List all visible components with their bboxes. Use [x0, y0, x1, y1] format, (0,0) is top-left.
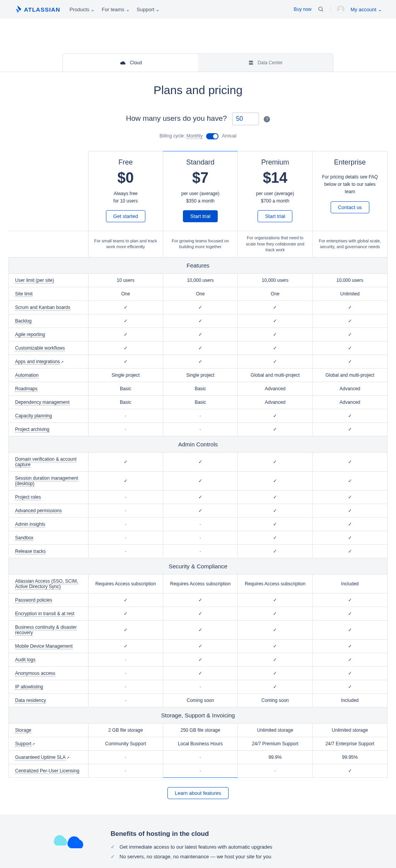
feature-label: Admin insights	[9, 517, 89, 531]
tab-data-center[interactable]: Data Center	[198, 54, 333, 72]
brand-text: ATLASSIAN	[24, 6, 60, 13]
nav-support[interactable]: Support⌄	[137, 7, 160, 12]
feature-row: Release tracks--✓✓	[9, 544, 387, 558]
svg-line-1	[322, 10, 323, 11]
chevron-down-icon: ⌄	[378, 7, 382, 12]
feature-label: Project roles	[9, 490, 89, 504]
server-icon	[248, 60, 254, 65]
feature-label: Capacity planning	[9, 409, 89, 422]
svg-point-0	[319, 7, 322, 10]
feature-label: Sandbox	[9, 531, 89, 544]
feature-row: Audit logs-✓✓✓	[9, 653, 387, 666]
feature-row: Dependency managementBasicBasicAdvancedA…	[9, 395, 387, 409]
users-input[interactable]	[232, 112, 259, 125]
feature-row: Data residency-Coming soonComing soonInc…	[9, 693, 387, 707]
feature-label: Scrum and Kanban boards	[9, 300, 89, 314]
check-icon: ✓	[111, 854, 115, 859]
feature-row: Storage2 GB file storage250 GB file stor…	[9, 723, 387, 737]
nav-products[interactable]: Products⌄	[70, 7, 95, 12]
feature-row: Capacity planning--✓✓	[9, 409, 387, 422]
feature-row: Admin insights--✓✓	[9, 517, 387, 531]
nav-for-teams[interactable]: For teams⌄	[102, 7, 130, 12]
feature-label: User limit (per site)	[9, 273, 89, 287]
feature-label: Domain verification & account capture	[9, 452, 89, 471]
contact-us-button[interactable]: Contact us	[331, 201, 369, 213]
page-title: Plans and pricing	[0, 84, 396, 97]
cloud-icon	[119, 60, 126, 65]
svg-rect-5	[249, 63, 253, 65]
feature-row: Business continuity & disaster recovery✓…	[9, 620, 387, 639]
feature-row: Centralized Per-User Licensing---✓	[9, 764, 387, 777]
chevron-down-icon: ⌄	[126, 7, 130, 12]
section-header: Admin Controls	[9, 436, 387, 452]
feature-label: Apps and integrations↗	[9, 355, 89, 368]
feature-label: Support↗	[9, 737, 89, 750]
section-header: Features	[9, 257, 387, 273]
feature-label: Dependency management	[9, 395, 89, 409]
billing-toggle[interactable]	[206, 133, 218, 139]
feature-row: Support↗Community SupportLocal Business …	[9, 737, 387, 750]
help-icon[interactable]: ?	[264, 116, 270, 122]
feature-row: Sandbox--✓✓	[9, 531, 387, 544]
feature-label: Business continuity & disaster recovery	[9, 620, 89, 639]
search-icon[interactable]	[318, 6, 324, 12]
feature-row: Password policies✓✓✓✓	[9, 593, 387, 607]
feature-label: Automation	[9, 368, 89, 382]
plan-standard: Standard $7 per user (average)$350 a mon…	[163, 151, 237, 231]
billing-annual[interactable]: Annual	[222, 133, 236, 139]
feature-row: Encryption in transit & at rest✓✓✓✓	[9, 607, 387, 620]
feature-label: Mobile Device Management	[9, 639, 89, 653]
start-trial-standard-button[interactable]: Start trial	[183, 210, 218, 222]
feature-row: User limit (per site)10 users10,000 user…	[9, 273, 387, 287]
chevron-down-icon: ⌄	[155, 7, 160, 12]
feature-row: RoadmapsBasicBasicAdvancedAdvanced	[9, 382, 387, 395]
svg-rect-4	[249, 61, 253, 62]
start-trial-premium-button[interactable]: Start trial	[258, 210, 292, 222]
feature-label: Project archiving	[9, 422, 89, 436]
buy-now-link[interactable]: Buy now	[294, 7, 311, 12]
learn-about-features-button[interactable]: Learn about features	[167, 787, 229, 799]
feature-row: Customizable workflows✓✓✓✓	[9, 341, 387, 355]
billing-monthly[interactable]: Monthly	[186, 133, 203, 139]
feature-row: Scrum and Kanban boards✓✓✓✓	[9, 300, 387, 314]
users-label: How many users do you have?	[126, 114, 227, 122]
atlassian-icon	[14, 5, 22, 13]
pricing-table: Free $0 Always freefor 10 users Get star…	[9, 151, 387, 778]
feature-row: Guaranteed Uptime SLA↗--99.9%99.95%	[9, 750, 387, 764]
feature-label: Backlog	[9, 314, 89, 328]
feature-row: IP allowlisting--✓✓	[9, 680, 387, 693]
svg-point-3	[339, 7, 342, 10]
feature-label: Atlassian Access (SSO, SCIM, Active Dire…	[9, 574, 89, 593]
feature-row: Anonymous access-✓✓✓	[9, 666, 387, 680]
feature-row: AutomationSingle projectSingle projectGl…	[9, 368, 387, 382]
my-account-menu[interactable]: My account⌄	[351, 7, 382, 12]
avatar-icon	[337, 5, 345, 13]
tab-cloud[interactable]: Cloud	[63, 54, 198, 72]
brand-logo[interactable]: ATLASSIAN	[14, 5, 60, 13]
feature-label: IP allowlisting	[9, 680, 89, 693]
feature-row: Session duration management (desktop)✓✓✓…	[9, 471, 387, 490]
feature-label: Audit logs	[9, 653, 89, 666]
plan-premium: Premium $14 per user (average)$700 a mon…	[238, 151, 312, 231]
section-header: Storage, Support & Invoicing	[9, 707, 387, 723]
feature-label: Centralized Per-User Licensing	[9, 764, 89, 777]
feature-row: Site limitOneOneOneUnlimited	[9, 287, 387, 300]
feature-label: Anonymous access	[9, 666, 89, 680]
feature-label: Site limit	[9, 287, 89, 300]
feature-row: Atlassian Access (SSO, SCIM, Active Dire…	[9, 574, 387, 593]
feature-label: Agile reporting	[9, 328, 89, 341]
benefits-title: Benefits of hosting in the cloud	[111, 830, 272, 838]
feature-label: Roadmaps	[9, 382, 89, 395]
feature-row: Backlog✓✓✓✓	[9, 314, 387, 328]
feature-label: Encryption in transit & at rest	[9, 607, 89, 620]
plan-free: Free $0 Always freefor 10 users Get star…	[88, 151, 163, 231]
billing-label: Billing cycle:	[160, 133, 185, 139]
feature-row: Project archiving--✓✓	[9, 422, 387, 436]
get-started-button[interactable]: Get started	[106, 210, 145, 222]
feature-label: Guaranteed Uptime SLA↗	[9, 750, 89, 764]
chevron-down-icon: ⌄	[90, 7, 95, 12]
section-header: Security & Compliance	[9, 558, 387, 574]
feature-label: Session duration management (desktop)	[9, 471, 89, 490]
feature-row: Apps and integrations↗✓✓✓✓	[9, 355, 387, 368]
feature-row: Agile reporting✓✓✓✓	[9, 328, 387, 341]
